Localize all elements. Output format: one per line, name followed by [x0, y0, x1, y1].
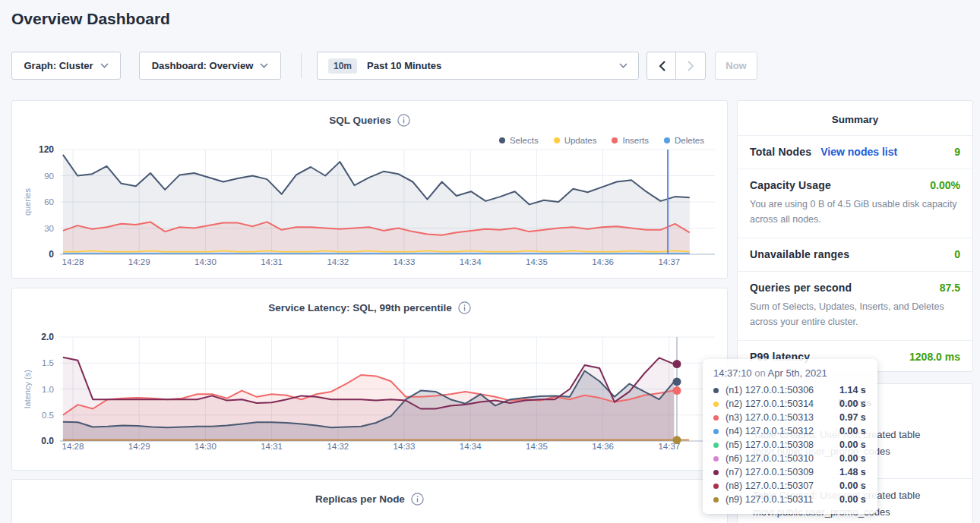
summary-row: Queries per second87.5Sum of Selects, Up… — [738, 271, 972, 340]
node-color-dot — [713, 456, 719, 462]
x-tick-label: 14:35 — [526, 257, 548, 266]
node-color-dot — [713, 497, 719, 503]
now-button[interactable]: Now — [715, 52, 757, 80]
summary-value: 0 — [954, 248, 960, 260]
chart-title: Replicas per Node — [315, 493, 405, 505]
node-color-dot — [713, 388, 719, 393]
x-tick-label: 14:36 — [592, 257, 614, 266]
chart-title-row: Replicas per Node — [12, 493, 727, 506]
node-color-dot — [713, 415, 719, 421]
x-tick-label: 14:37 — [658, 257, 680, 266]
x-tick-label: 14:34 — [460, 442, 482, 451]
x-tick-label: 14:33 — [394, 257, 416, 266]
service-latency-chart[interactable]: 0.00.51.01.52.014:2814:2914:3014:3114:32… — [12, 288, 729, 471]
x-tick-label: 14:30 — [194, 257, 217, 266]
dashboard-dropdown-label: Dashboard: Overview — [152, 60, 254, 71]
replicas-per-node-card: Replicas per Node — [11, 479, 728, 523]
node-latency-value: 1.14 s — [839, 385, 866, 395]
controls-divider — [301, 53, 302, 78]
summary-label: Capacity Usage — [750, 179, 831, 191]
summary-value: 0.00% — [930, 179, 960, 191]
summary-row: Unavailable ranges0 — [738, 238, 972, 271]
x-tick-label: 14:35 — [526, 442, 548, 451]
summary-row: Total NodesView nodes list9 — [738, 135, 972, 169]
y-tick-label: 1.0 — [42, 385, 54, 394]
node-address: (n5) 127.0.0.1:50308 — [726, 440, 839, 450]
crosshair-dot — [673, 360, 681, 368]
crosshair-dot — [673, 377, 681, 386]
y-tick-label: 0.0 — [41, 436, 54, 446]
node-address: (n7) 127.0.0.1:50309 — [726, 467, 839, 477]
summary-value: 1208.0 ms — [909, 351, 960, 363]
sql-queries-card: SQL Queries SelectsUpdatesInsertsDeletes… — [11, 100, 728, 279]
service-latency-card: Service Latency: SQL, 99th percentile 0.… — [11, 288, 728, 471]
graph-dropdown[interactable]: Graph: Cluster — [11, 52, 121, 80]
summary-title: Summary — [738, 101, 972, 135]
tooltip-row: (n7) 127.0.0.1:503091.48 s — [713, 465, 867, 479]
time-next-button[interactable] — [675, 52, 706, 80]
sql-queries-chart[interactable]: 030609012014:2814:2914:3014:3114:3214:33… — [12, 101, 729, 279]
x-tick-label: 14:31 — [261, 257, 283, 266]
node-latency-value: 0.00 s — [839, 440, 866, 450]
node-address: (n6) 127.0.0.1:50310 — [726, 453, 839, 464]
x-tick-label: 14:30 — [194, 442, 217, 451]
crosshair-dot — [673, 386, 681, 395]
chevron-right-icon — [688, 61, 694, 71]
node-color-dot — [713, 470, 719, 475]
tooltip-row: (n6) 127.0.0.1:503100.00 s — [713, 452, 867, 465]
time-range-label: Past 10 Minutes — [367, 60, 441, 71]
tooltip-row: (n1) 127.0.0.1:503061.14 s — [713, 383, 867, 397]
chevron-down-icon — [260, 63, 268, 68]
info-icon[interactable] — [411, 493, 424, 506]
chart-hover-tooltip: 14:37:10 on Apr 5th, 2021 (n1) 127.0.0.1… — [703, 359, 877, 514]
x-tick-label: 14:29 — [128, 442, 150, 451]
node-color-dot — [713, 443, 719, 448]
summary-description: Sum of Selects, Updates, Inserts, and De… — [750, 299, 960, 329]
y-tick-label: 0 — [49, 249, 54, 260]
x-tick-label: 14:32 — [327, 257, 349, 266]
tooltip-row: (n4) 127.0.0.1:503120.00 s — [713, 424, 867, 438]
time-prev-button[interactable] — [646, 52, 677, 80]
node-latency-value: 1.48 s — [839, 467, 866, 477]
node-latency-value: 0.00 s — [839, 399, 866, 409]
dashboard-dropdown[interactable]: Dashboard: Overview — [139, 52, 281, 80]
summary-value: 9 — [954, 146, 960, 158]
x-tick-label: 14:29 — [128, 257, 150, 266]
x-tick-label: 14:28 — [62, 442, 84, 451]
x-tick-label: 14:36 — [592, 442, 614, 451]
chevron-down-icon — [619, 63, 628, 68]
chevron-left-icon — [659, 61, 665, 71]
y-tick-label: 60 — [44, 197, 54, 206]
y-tick-label: 120 — [39, 144, 54, 155]
page-title: Overview Dashboard — [11, 10, 170, 28]
node-latency-value: 0.00 s — [839, 426, 866, 436]
y-axis-label: queries — [23, 187, 32, 216]
x-tick-label: 14:31 — [261, 442, 283, 451]
node-latency-value: 0.00 s — [839, 453, 866, 464]
chevron-down-icon — [100, 63, 109, 68]
y-tick-label: 30 — [44, 224, 54, 233]
node-address: (n2) 127.0.0.1:50314 — [726, 399, 839, 409]
crosshair-dot — [673, 436, 681, 444]
x-tick-label: 14:32 — [327, 442, 349, 451]
summary-value: 87.5 — [940, 282, 960, 294]
summary-description: You are using 0 B of 4.5 GiB usable disk… — [750, 197, 960, 227]
y-axis-label: latency (s) — [23, 370, 32, 408]
tooltip-row: (n9) 127.0.0.1:503110.00 s — [713, 493, 867, 506]
y-tick-label: 90 — [44, 172, 54, 181]
time-range-dropdown[interactable]: 10m Past 10 Minutes — [317, 52, 639, 80]
node-address: (n3) 127.0.0.1:50313 — [726, 412, 839, 423]
tooltip-timestamp: 14:37:10 on Apr 5th, 2021 — [713, 367, 867, 379]
time-range-badge: 10m — [328, 58, 357, 74]
x-tick-label: 14:34 — [460, 257, 482, 266]
node-latency-value: 0.00 s — [839, 480, 866, 491]
graph-dropdown-label: Graph: Cluster — [24, 60, 93, 71]
node-latency-value: 0.00 s — [839, 494, 866, 505]
y-tick-label: 0.5 — [42, 411, 54, 420]
node-address: (n4) 127.0.0.1:50312 — [726, 426, 839, 436]
y-tick-label: 2.0 — [41, 332, 54, 342]
node-address: (n9) 127.0.0.1:50311 — [726, 494, 839, 505]
view-nodes-list-link[interactable]: View nodes list — [820, 146, 897, 158]
node-latency-value: 0.97 s — [839, 412, 866, 423]
node-color-dot — [713, 429, 719, 434]
